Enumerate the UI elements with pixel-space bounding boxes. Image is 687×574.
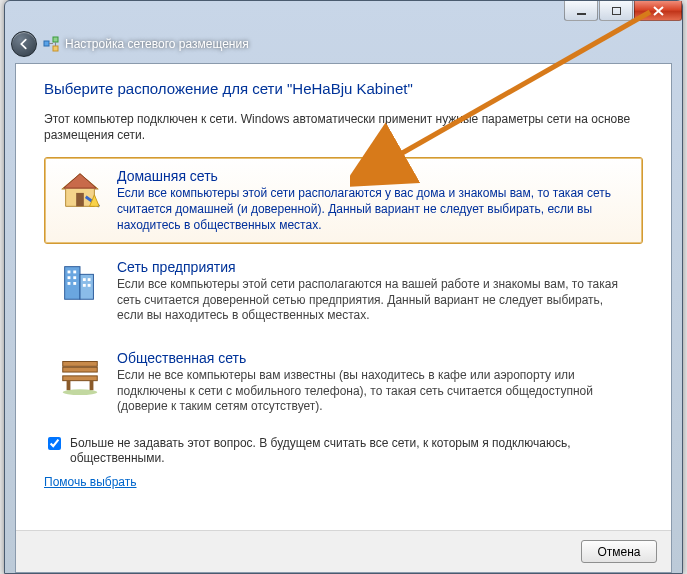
dont-ask-checkbox[interactable] [48, 437, 61, 450]
svg-rect-2 [53, 46, 58, 51]
svg-rect-9 [73, 271, 76, 274]
svg-rect-5 [76, 193, 84, 206]
svg-rect-17 [88, 284, 91, 287]
minimize-button[interactable] [564, 1, 598, 21]
option-work-desc: Если все компьютеры этой сети располагаю… [117, 277, 630, 324]
nav-row: Настройка сетевого размещения [5, 29, 682, 59]
house-icon [57, 168, 103, 214]
svg-marker-4 [64, 174, 97, 188]
page-subtext: Этот компьютер подключен к сети. Windows… [44, 111, 643, 143]
svg-rect-21 [67, 381, 71, 391]
option-work-title: Сеть предприятия [117, 259, 630, 275]
content-panel: Выберите расположение для сети "HeHaBju … [15, 63, 672, 573]
option-public-network[interactable]: Общественная сеть Если не все компьютеры… [44, 339, 643, 426]
svg-rect-11 [73, 276, 76, 279]
dont-ask-checkbox-row[interactable]: Больше не задавать этот вопрос. В будуще… [44, 436, 643, 467]
svg-rect-15 [88, 278, 91, 281]
option-home-desc: Если все компьютеры этой сети располагаю… [117, 186, 630, 233]
svg-rect-22 [90, 381, 94, 391]
back-button[interactable] [11, 31, 37, 57]
option-public-desc: Если не все компьютеры вам известны (вы … [117, 368, 630, 415]
page-heading: Выберите расположение для сети "HeHaBju … [44, 80, 643, 97]
option-public-title: Общественная сеть [117, 350, 630, 366]
svg-rect-18 [63, 367, 98, 372]
svg-rect-8 [68, 271, 71, 274]
maximize-button[interactable] [599, 1, 633, 21]
option-home-title: Домашняя сеть [117, 168, 630, 184]
bench-icon [57, 350, 103, 396]
svg-rect-1 [53, 37, 58, 42]
svg-rect-7 [80, 274, 93, 299]
option-work-network[interactable]: Сеть предприятия Если все компьютеры это… [44, 248, 643, 335]
arrow-left-icon [17, 37, 31, 51]
dont-ask-label: Больше не задавать этот вопрос. В будуще… [70, 436, 643, 467]
svg-rect-6 [65, 267, 80, 300]
window-frame: Настройка сетевого размещения Выберите р… [4, 0, 683, 574]
titlebar [5, 1, 682, 29]
svg-rect-12 [68, 282, 71, 285]
button-bar: Отмена [16, 530, 671, 572]
svg-rect-16 [83, 284, 86, 287]
svg-rect-14 [83, 278, 86, 281]
option-home-network[interactable]: Домашняя сеть Если все компьютеры этой с… [44, 157, 643, 244]
svg-point-23 [63, 389, 98, 395]
cancel-button[interactable]: Отмена [581, 540, 657, 563]
close-button[interactable] [634, 1, 682, 21]
network-icon [43, 36, 59, 52]
help-link[interactable]: Помочь выбрать [44, 475, 137, 489]
svg-rect-0 [44, 41, 49, 46]
svg-rect-20 [63, 376, 98, 381]
svg-rect-19 [63, 361, 98, 366]
svg-rect-10 [68, 276, 71, 279]
svg-rect-13 [73, 282, 76, 285]
close-icon [653, 6, 664, 16]
building-icon [57, 259, 103, 305]
window-title: Настройка сетевого размещения [65, 37, 249, 51]
